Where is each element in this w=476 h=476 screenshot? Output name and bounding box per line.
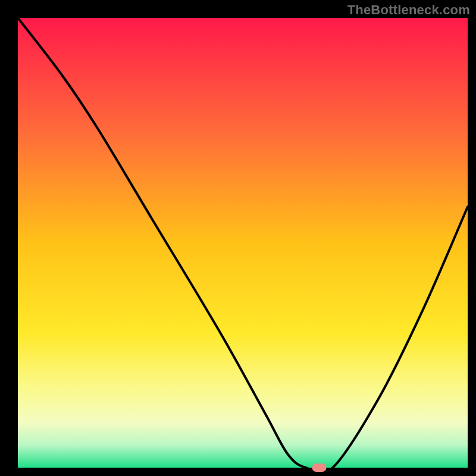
optimal-point-marker: [312, 464, 327, 472]
bottleneck-chart: TheBottleneck.com: [0, 0, 476, 476]
chart-svg: [0, 0, 476, 476]
plot-background: [18, 18, 468, 468]
